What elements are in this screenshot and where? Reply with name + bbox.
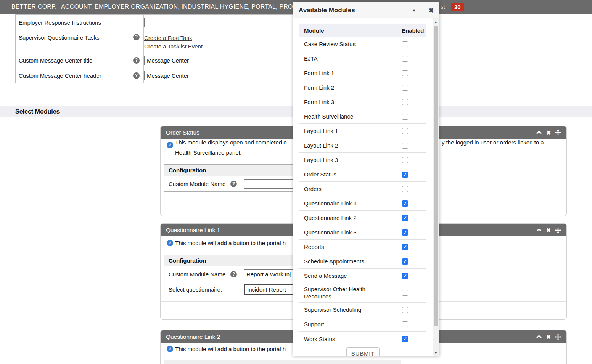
module-enabled-checkbox[interactable]: ✓ <box>402 258 408 265</box>
module-row: Questionnaire Link 3✓ <box>299 225 426 240</box>
column-header-module: Module <box>299 24 397 37</box>
module-row: Case Review Status <box>299 37 426 51</box>
panel-title: Questionnaire Link 1 <box>166 224 220 236</box>
create-fast-task-link[interactable]: Create a Fast Task <box>144 34 192 42</box>
module-row: Layout Link 3 <box>299 153 426 167</box>
help-icon[interactable]: ? <box>133 57 140 64</box>
module-enabled-checkbox[interactable] <box>402 114 408 120</box>
module-name: Questionnaire Link 1 <box>299 196 397 210</box>
message-center-title-input[interactable] <box>144 56 256 65</box>
module-name: Layout Link 1 <box>299 124 397 138</box>
module-row: Form Link 3 <box>299 95 426 109</box>
module-name: Layout Link 2 <box>299 138 397 152</box>
module-name: Questionnaire Link 3 <box>299 225 397 239</box>
field-label: Supervisor Questionnaire Tasks <box>19 34 100 41</box>
module-row: Send a Message✓ <box>299 269 426 283</box>
module-enabled-checkbox[interactable] <box>402 157 408 163</box>
module-info-text-continued: y the logged in user or orders linked to… <box>442 139 544 146</box>
move-drag-icon[interactable] <box>555 130 561 136</box>
help-icon[interactable]: ? <box>133 72 140 79</box>
module-enabled-checkbox[interactable]: ✓ <box>402 172 408 178</box>
remove-module-icon[interactable]: ✖ <box>545 130 552 136</box>
module-name: Questionnaire Link 2 <box>299 211 397 225</box>
module-name: Order Status <box>299 167 397 181</box>
module-enabled-checkbox[interactable]: ✓ <box>402 215 408 221</box>
scroll-down-icon[interactable]: ▼ <box>433 350 439 356</box>
close-icon: ✖ <box>428 6 434 14</box>
dialog-title: Available Modules <box>299 2 355 18</box>
module-enabled-checkbox[interactable] <box>402 143 408 149</box>
module-name: Schedule Appointments <box>299 254 397 268</box>
module-name: Send a Message <box>299 269 397 283</box>
scroll-up-icon[interactable]: ▲ <box>433 19 439 25</box>
scrollbar-thumb[interactable] <box>434 26 438 326</box>
module-row: EJTA <box>299 51 426 66</box>
field-label: Select questionnaire: <box>169 286 222 293</box>
dialog-close-button[interactable]: ✖ <box>423 2 439 18</box>
info-icon: i <box>167 240 173 246</box>
table-header-row: Module Enabled <box>299 24 426 37</box>
info-icon: i <box>167 142 173 148</box>
column-header-enabled: Enabled <box>397 24 426 37</box>
modal-table-body: Case Review StatusEJTAForm Link 1Form Li… <box>299 37 426 346</box>
module-info-text: This module displays open and completed … <box>175 139 287 146</box>
module-row: Supervisor Other Health Resources <box>299 283 426 303</box>
remove-module-icon[interactable]: ✖ <box>545 227 552 233</box>
module-name: EJTA <box>299 51 397 66</box>
module-enabled-checkbox[interactable]: ✓ <box>402 273 408 279</box>
submit-button[interactable]: SUBMIT <box>346 347 380 356</box>
module-enabled-checkbox[interactable] <box>402 128 408 134</box>
module-info-text: This module will add a button to the por… <box>175 346 286 352</box>
module-enabled-checkbox[interactable] <box>402 56 408 62</box>
module-enabled-checkbox[interactable] <box>402 85 408 91</box>
module-enabled-checkbox[interactable] <box>402 186 408 192</box>
collapse-chevron-up-icon[interactable] <box>536 334 542 340</box>
module-row: Questionnaire Link 2✓ <box>299 211 426 225</box>
module-row: Form Link 2 <box>299 80 426 95</box>
message-center-header-input[interactable] <box>144 71 256 80</box>
module-row: Reports✓ <box>299 240 426 254</box>
modules-table: Module Enabled Case Review StatusEJTAFor… <box>299 24 426 346</box>
module-name: Supervisor Other Health Resources <box>299 283 397 302</box>
field-label: Custom Module Name <box>169 271 225 277</box>
module-row: Form Link 1 <box>299 66 426 80</box>
help-icon[interactable]: ? <box>230 181 237 187</box>
configuration-heading: Configuration <box>164 360 401 364</box>
module-enabled-checkbox[interactable] <box>402 307 408 313</box>
module-row: Orders <box>299 182 426 196</box>
breadcrumb[interactable]: ACCOUNT, EMPLOYER ORGANIZATION, INDUSTRI… <box>61 0 297 14</box>
module-name: Form Link 3 <box>299 95 397 109</box>
module-name: Support <box>299 317 397 331</box>
module-name: Form Link 1 <box>299 66 397 80</box>
module-enabled-checkbox[interactable]: ✓ <box>402 336 408 342</box>
create-tasklist-event-link[interactable]: Create a Tasklist Event <box>144 42 203 51</box>
field-label: Custom Module Name <box>169 181 225 187</box>
module-enabled-checkbox[interactable]: ✓ <box>402 229 408 236</box>
brand-name: BETTER CORP. <box>11 0 57 14</box>
module-enabled-checkbox[interactable] <box>402 70 408 76</box>
module-enabled-checkbox[interactable]: ✓ <box>402 244 408 250</box>
collapse-chevron-up-icon[interactable] <box>536 227 542 233</box>
dialog-collapse-button[interactable]: ▼ <box>405 2 423 18</box>
module-enabled-checkbox[interactable] <box>402 321 408 327</box>
module-enabled-checkbox[interactable] <box>402 41 408 47</box>
field-label: Custom Message Center header <box>19 72 101 79</box>
module-name: Work Status <box>299 332 397 346</box>
dialog-titlebar: Available Modules ▼ ✖ <box>293 2 439 18</box>
module-enabled-checkbox[interactable]: ✓ <box>402 200 408 207</box>
help-icon[interactable]: ? <box>230 271 237 277</box>
panel-title: Questionnaire Link 2 <box>166 330 220 343</box>
collapse-chevron-up-icon[interactable] <box>536 130 542 136</box>
help-icon[interactable]: ? <box>133 34 140 40</box>
caret-down-icon: ▼ <box>412 8 416 13</box>
move-drag-icon[interactable] <box>555 334 561 340</box>
module-info-text-line2: Health Surveillance panel. <box>175 149 241 156</box>
module-enabled-checkbox[interactable] <box>402 99 408 105</box>
configuration-box: Configuration <box>164 360 401 364</box>
move-drag-icon[interactable] <box>555 227 561 233</box>
count-badge: 30 <box>451 3 464 11</box>
remove-module-icon[interactable]: ✖ <box>545 334 552 340</box>
modal-scrollbar[interactable]: ▲ ▼ <box>433 18 439 356</box>
module-enabled-checkbox[interactable] <box>402 290 408 296</box>
module-row: Schedule Appointments✓ <box>299 254 426 269</box>
